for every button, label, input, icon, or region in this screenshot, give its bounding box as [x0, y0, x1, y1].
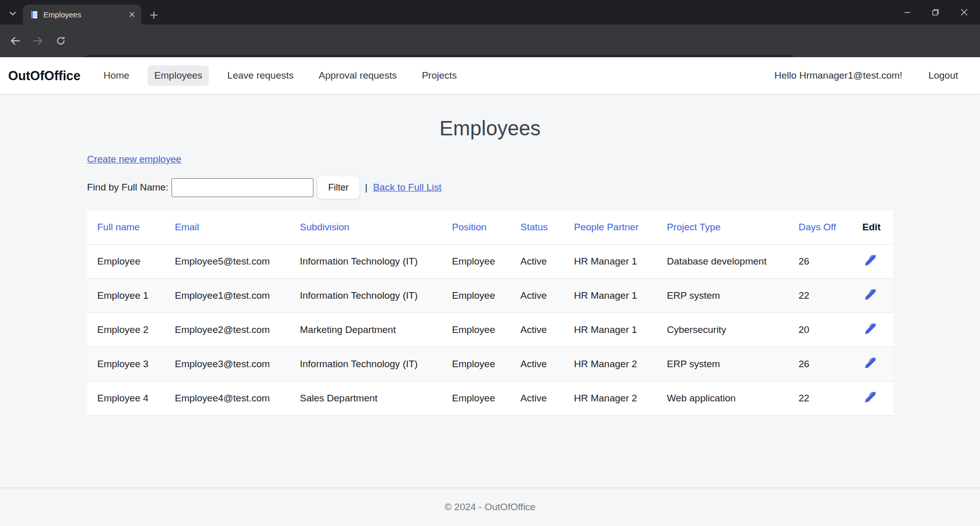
browser-toolbar: localhost:7153/Employee ☆ HTML uO Ł: [0, 25, 980, 57]
full-name-search-input[interactable]: [172, 178, 313, 197]
cell-days-off: 26: [799, 347, 863, 381]
close-window-button[interactable]: [959, 7, 970, 18]
browser-titlebar: Employees: [0, 0, 980, 25]
cell-subdivision: Information Technology (IT): [300, 347, 452, 381]
sort-link-project-type[interactable]: Project Type: [667, 222, 721, 232]
create-new-employee-link[interactable]: Create new employee: [87, 154, 182, 165]
back-arrow-icon: [10, 35, 21, 46]
cell-subdivision: Sales Department: [300, 381, 452, 415]
cell-email: Employee4@test.com: [175, 381, 300, 415]
sort-link-position[interactable]: Position: [452, 222, 487, 232]
edit-pencil-icon[interactable]: [865, 392, 876, 402]
filter-button[interactable]: Filter: [317, 176, 360, 199]
forward-arrow-icon: [32, 35, 43, 46]
cell-position: Employee: [452, 381, 521, 415]
column-header-status: Status: [521, 210, 574, 244]
page-title: Employees: [0, 117, 980, 140]
column-header-people-partner: People Partner: [574, 210, 667, 244]
sort-link-people-partner[interactable]: People Partner: [574, 222, 639, 232]
cell-edit: [863, 381, 893, 415]
new-tab-button[interactable]: [147, 8, 160, 21]
cell-status: Active: [521, 347, 574, 381]
favicon-document-icon: [30, 10, 39, 19]
nav-link-home[interactable]: Home: [97, 65, 136, 86]
sort-link-status[interactable]: Status: [521, 222, 548, 232]
table-row: EmployeeEmployee5@test.comInformation Te…: [87, 244, 893, 278]
nav-link-approval-requests[interactable]: Approval requests: [312, 65, 403, 86]
minimize-icon: [904, 9, 911, 16]
sort-link-email[interactable]: Email: [175, 222, 200, 232]
cell-email: Employee2@test.com: [175, 313, 300, 347]
edit-pencil-icon[interactable]: [865, 357, 876, 368]
cell-edit: [863, 313, 893, 347]
back-to-full-list-link[interactable]: Back to Full List: [373, 182, 442, 193]
site-navbar: OutOfOffice HomeEmployeesLeave requestsA…: [0, 57, 980, 94]
cell-people-partner: HR Manager 1: [574, 313, 667, 347]
cell-people-partner: HR Manager 1: [574, 278, 667, 313]
cell-full-name: Employee 2: [87, 313, 175, 347]
table-row: Employee 2Employee2@test.comMarketing De…: [87, 313, 893, 347]
close-icon: [129, 12, 135, 17]
cell-people-partner: HR Manager 1: [574, 244, 667, 278]
edit-pencil-icon[interactable]: [865, 289, 876, 300]
sort-link-days-off[interactable]: Days Off: [799, 222, 837, 232]
edit-pencil-icon[interactable]: [865, 323, 876, 334]
edit-pencil-icon[interactable]: [865, 255, 876, 266]
tab-title: Employees: [43, 10, 122, 19]
tab-search-button[interactable]: [6, 8, 19, 19]
nav-link-employees[interactable]: Employees: [148, 65, 209, 86]
cell-days-off: 26: [799, 244, 863, 278]
forward-button[interactable]: [31, 34, 45, 48]
cell-people-partner: HR Manager 2: [574, 381, 667, 415]
nav-link-leave-requests[interactable]: Leave requests: [220, 65, 300, 86]
cell-project-type: Database development: [667, 244, 799, 278]
cell-edit: [863, 244, 893, 278]
cell-position: Employee: [452, 313, 521, 347]
brand-logo[interactable]: OutOfOffice: [8, 68, 81, 83]
column-header-position: Position: [452, 210, 521, 244]
column-header-edit: Edit: [863, 210, 893, 244]
find-by-name-label: Find by Full Name:: [87, 182, 168, 193]
sort-link-full-name[interactable]: Full name: [97, 222, 140, 232]
cell-full-name: Employee 1: [87, 278, 175, 313]
table-row: Employee 3Employee3@test.comInformation …: [87, 347, 893, 381]
cell-full-name: Employee: [87, 244, 175, 278]
cell-email: Employee5@test.com: [175, 244, 300, 278]
nav-right: Hello Hrmanager1@test.com! Logout: [774, 70, 958, 81]
cell-position: Employee: [452, 278, 521, 313]
column-header-subdivision: Subdivision: [300, 210, 452, 244]
window-controls: [901, 4, 970, 20]
cell-email: Employee1@test.com: [175, 278, 300, 313]
cell-subdivision: Information Technology (IT): [300, 278, 452, 313]
employees-table: Full nameEmailSubdivisionPositionStatusP…: [87, 210, 893, 416]
restore-button[interactable]: [930, 7, 941, 18]
cell-project-type: Cybersecurity: [667, 313, 799, 347]
cell-subdivision: Information Technology (IT): [300, 244, 452, 278]
restore-icon: [932, 9, 939, 16]
close-icon: [961, 9, 968, 16]
cell-edit: [863, 278, 893, 313]
reload-icon: [55, 35, 66, 46]
column-header-email: Email: [175, 210, 300, 244]
cell-subdivision: Marketing Department: [300, 313, 452, 347]
cell-edit: [863, 347, 893, 381]
table-row: Employee 1Employee1@test.comInformation …: [87, 278, 893, 313]
cell-full-name: Employee 3: [87, 347, 175, 381]
table-header-row: Full nameEmailSubdivisionPositionStatusP…: [87, 210, 893, 244]
cell-days-off: 22: [799, 381, 863, 415]
sort-link-subdivision[interactable]: Subdivision: [300, 222, 350, 232]
tab-close-button[interactable]: [127, 10, 136, 19]
table-row: Employee 4Employee4@test.comSales Depart…: [87, 381, 893, 415]
back-button[interactable]: [8, 34, 22, 48]
cell-people-partner: HR Manager 2: [574, 347, 667, 381]
reload-button[interactable]: [54, 34, 68, 48]
logout-button[interactable]: Logout: [928, 70, 958, 81]
browser-tab-employees[interactable]: Employees: [23, 5, 141, 25]
minimize-button[interactable]: [901, 7, 913, 18]
nav-link-projects[interactable]: Projects: [415, 65, 463, 86]
greeting-link[interactable]: Hello Hrmanager1@test.com!: [774, 70, 902, 81]
browser-window: Employees: [0, 0, 980, 526]
site-footer: © 2024 - OutOfOffice: [0, 488, 980, 526]
cell-status: Active: [521, 381, 574, 415]
separator: |: [365, 182, 368, 193]
